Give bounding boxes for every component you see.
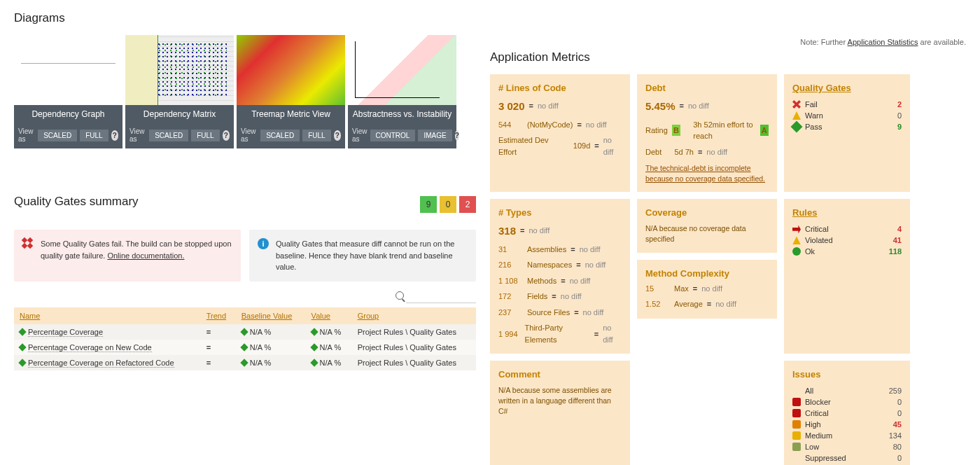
- full-button[interactable]: FULL: [302, 130, 330, 141]
- view-as-label: View as: [241, 127, 258, 143]
- issue-row[interactable]: Medium134: [792, 430, 902, 441]
- debt-label: Debt: [645, 146, 662, 158]
- diagram-thumbnail[interactable]: [237, 35, 345, 105]
- fail-icon: [792, 100, 801, 109]
- rating-label: Rating: [645, 125, 668, 137]
- diagram-title: Dependency Matrix: [125, 105, 234, 125]
- comment-text: N/A because some assemblies are written …: [498, 385, 622, 416]
- issue-row[interactable]: High45: [792, 419, 902, 430]
- status-icon: [310, 328, 318, 335]
- debt-value: 5.45%: [645, 99, 676, 115]
- rule-row[interactable]: Violated41: [792, 235, 902, 246]
- table-row[interactable]: Percentage Coverage on New Code = N/A % …: [14, 340, 476, 355]
- rule-row[interactable]: Critical4: [792, 223, 902, 235]
- view-as-label: View as: [130, 127, 146, 143]
- status-icon: [18, 343, 26, 351]
- gate-row[interactable]: Fail2: [792, 99, 902, 110]
- diagram-dependency-graph: Dependency Graph View as SCALED FULL ?: [14, 35, 122, 148]
- target-rating-badge: A: [760, 125, 769, 136]
- diagram-thumbnail[interactable]: [125, 35, 234, 105]
- help-icon[interactable]: ?: [111, 130, 118, 141]
- qg-table: Name Trend Baseline Value Value Group Pe…: [14, 307, 476, 370]
- infobox-text: Quality Gates that measure diff cannot b…: [276, 238, 468, 273]
- diagram-title: Treemap Metric View: [237, 105, 345, 125]
- rules-title[interactable]: Rules: [792, 207, 902, 218]
- ok-icon: [792, 247, 801, 256]
- comment-card: Comment N/A because some assemblies are …: [490, 361, 630, 465]
- metrics-note: Note: Further Application Statistics are…: [490, 38, 966, 46]
- issue-row[interactable]: All259: [792, 385, 902, 396]
- diagram-thumbnail[interactable]: [14, 35, 122, 105]
- loc-value: 3 020: [498, 99, 525, 115]
- rules-card: Rules Critical4Violated41Ok118: [784, 199, 910, 354]
- gate-row[interactable]: Pass9: [792, 121, 902, 132]
- metrics-heading: Application Metrics: [490, 50, 966, 64]
- search-icon[interactable]: [396, 291, 404, 300]
- help-icon[interactable]: ?: [455, 130, 459, 141]
- blocker-icon: [792, 398, 801, 406]
- diagram-abstractness: Abstractness vs. Instability View as CON…: [348, 35, 456, 148]
- debt-title: Debt: [645, 83, 769, 93]
- help-icon[interactable]: ?: [223, 130, 230, 141]
- coverage-card: Coverage N/A because no coverage data sp…: [637, 199, 777, 252]
- issue-row[interactable]: Blocker0: [792, 396, 902, 408]
- issues-title: Issues: [792, 369, 902, 380]
- types-value: 318: [498, 223, 516, 240]
- issue-row[interactable]: Suppressed0: [792, 452, 902, 464]
- coverage-title: Coverage: [645, 207, 769, 218]
- view-as-label: View as: [18, 127, 35, 143]
- type-row: 216Namespaces = no diff: [498, 259, 622, 271]
- status-icon: [240, 359, 248, 366]
- loc-title: # Lines of Code: [498, 83, 622, 93]
- diagram-title: Dependency Graph: [14, 105, 122, 125]
- scaled-button[interactable]: SCALED: [260, 130, 300, 141]
- gate-row[interactable]: Warn0: [792, 110, 902, 121]
- diagrams-row: Dependency Graph View as SCALED FULL ? D…: [14, 35, 476, 148]
- diagrams-heading: Diagrams: [14, 11, 476, 25]
- app-statistics-link[interactable]: Application Statistics: [848, 38, 918, 46]
- coverage-text: N/A because no coverage data specified: [645, 223, 769, 244]
- col-name[interactable]: Name: [14, 307, 201, 324]
- issue-row[interactable]: Low80: [792, 441, 902, 452]
- issue-row[interactable]: Critical0: [792, 408, 902, 419]
- col-baseline[interactable]: Baseline Value: [236, 307, 306, 324]
- qg-count-badges: 9 0 2: [420, 196, 476, 213]
- complexity-row: 15Max = no diff: [645, 283, 769, 295]
- fail-icon: [22, 238, 34, 249]
- gates-card: Quality Gates Fail2Warn0Pass9: [784, 74, 910, 192]
- scaled-button[interactable]: SCALED: [38, 130, 77, 141]
- col-group[interactable]: Group: [352, 307, 476, 324]
- scaled-button[interactable]: SCALED: [149, 130, 188, 141]
- loc-card: # Lines of Code 3 020 = no diff 544(NotM…: [490, 74, 630, 192]
- col-trend[interactable]: Trend: [201, 307, 236, 324]
- status-icon: [240, 343, 248, 351]
- image-button[interactable]: IMAGE: [418, 130, 451, 141]
- col-value[interactable]: Value: [306, 307, 352, 324]
- badge-pass[interactable]: 9: [420, 196, 437, 213]
- help-icon[interactable]: ?: [334, 130, 341, 141]
- badge-warn[interactable]: 0: [440, 196, 456, 213]
- badge-fail[interactable]: 2: [459, 196, 476, 213]
- debt-warning-link[interactable]: The technical-debt is incomplete because…: [645, 163, 769, 183]
- info-icon: i: [258, 238, 269, 249]
- full-button[interactable]: FULL: [80, 130, 108, 141]
- viol-icon: [792, 236, 801, 244]
- online-doc-link[interactable]: Online documentation.: [107, 251, 184, 260]
- comment-title: Comment: [498, 369, 622, 380]
- gates-title[interactable]: Quality Gates: [792, 83, 902, 93]
- rule-row[interactable]: Ok118: [792, 246, 902, 257]
- status-icon: [18, 328, 26, 335]
- qg-search-input[interactable]: [406, 291, 476, 303]
- view-as-label: View as: [352, 127, 368, 143]
- table-row[interactable]: Percentage Coverage on Refactored Code =…: [14, 355, 476, 370]
- debt-duration: 5d 7h: [674, 146, 694, 158]
- full-button[interactable]: FULL: [191, 130, 219, 141]
- control-button[interactable]: CONTROL: [370, 130, 416, 141]
- qg-diff-infobox: i Quality Gates that measure diff cannot…: [249, 230, 476, 282]
- type-row: 172Fields = no diff: [498, 291, 622, 303]
- medium-icon: [792, 431, 801, 440]
- diagram-thumbnail[interactable]: [348, 35, 456, 105]
- table-row[interactable]: Percentage Coverage = N/A % N/A % Projec…: [14, 324, 476, 340]
- diagram-title: Abstractness vs. Instability: [348, 105, 456, 125]
- types-title: # Types: [498, 207, 622, 218]
